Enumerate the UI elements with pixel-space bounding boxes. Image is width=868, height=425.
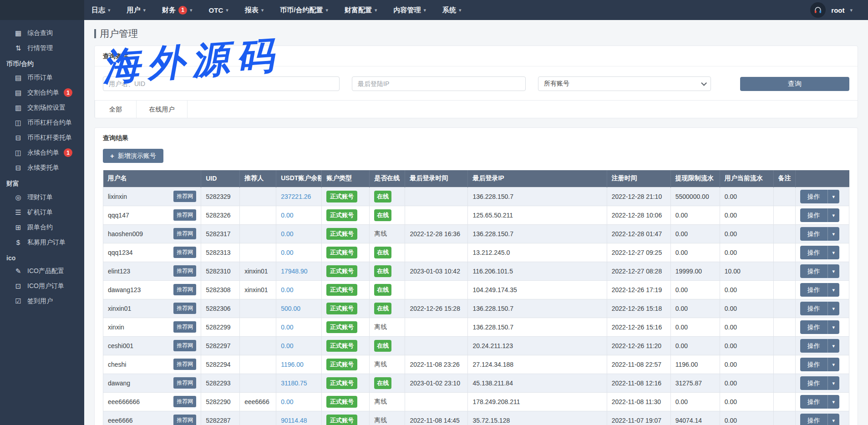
account-type-select[interactable]: 所有账号 [538,76,711,91]
referral-site-badge[interactable]: 推荐网 [173,265,196,277]
referral-site-badge[interactable]: 推荐网 [173,340,196,351]
sidebar-item[interactable]: ⊞ 跟单合约 [0,220,84,235]
action-dropdown-caret-icon[interactable]: ▾ [827,320,839,334]
referral-site-badge[interactable]: 推荐网 [173,415,196,425]
action-button[interactable]: 操作 [800,320,827,334]
referral-site-badge[interactable]: 推荐网 [173,284,196,295]
sidebar-item[interactable]: ⊡ ICO用户订单 [0,278,84,293]
sidebar-item[interactable]: ◫ 币币杠杆合约单 [0,115,84,130]
action-split-button[interactable]: 操作 ▾ [800,208,839,222]
action-dropdown-caret-icon[interactable]: ▾ [827,376,839,390]
balance-link[interactable]: 31180.75 [281,379,307,387]
topnav-item[interactable]: OTC ▾ [209,6,228,14]
topnav-item[interactable]: 币币/合约配置 ▾ [280,6,328,15]
sidebar-item[interactable]: ✎ ICO产品配置 [0,263,84,278]
action-split-button[interactable]: 操作 ▾ [800,227,839,241]
action-split-button[interactable]: 操作 ▾ [800,264,839,278]
topnav-item[interactable]: 报表 ▾ [245,6,264,15]
sidebar-item[interactable]: ☰ 矿机订单 [0,205,84,220]
sidebar-item[interactable]: ▥ 交割场控设置 [0,100,84,115]
action-dropdown-caret-icon[interactable]: ▾ [827,208,839,222]
action-button[interactable]: 操作 [800,302,827,315]
user-menu-caret-icon[interactable]: ▾ [850,7,853,13]
sidebar-item[interactable]: ⊟ 币币杠杆委托单 [0,130,84,145]
referral-site-badge[interactable]: 推荐网 [173,303,196,314]
avatar[interactable] [810,2,826,18]
action-button[interactable]: 操作 [800,395,827,409]
action-button[interactable]: 操作 [800,283,827,297]
action-button[interactable]: 操作 [800,246,827,259]
tab-all[interactable]: 全部 [95,101,137,118]
referral-site-badge[interactable]: 推荐网 [173,359,196,370]
sidebar-item[interactable]: $ 私募用户订单 [0,235,84,250]
referral-site-badge[interactable]: 推荐网 [173,209,196,221]
action-dropdown-caret-icon[interactable]: ▾ [827,395,839,409]
tab-online-users[interactable]: 在线用户 [137,101,188,118]
referral-site-badge[interactable]: 推荐网 [173,396,196,407]
action-split-button[interactable]: 操作 ▾ [800,283,839,297]
action-dropdown-caret-icon[interactable]: ▾ [827,414,839,425]
action-dropdown-caret-icon[interactable]: ▾ [827,302,839,315]
sidebar-item[interactable]: ☑ 签到用户 [0,293,84,309]
topnav-item[interactable]: 日志 ▾ [91,6,111,15]
action-split-button[interactable]: 操作 ▾ [800,358,839,371]
action-dropdown-caret-icon[interactable]: ▾ [827,227,839,241]
topnav-item[interactable]: 用户 ▾ [127,6,146,15]
topnav-item[interactable]: 内容管理 ▾ [394,6,426,15]
action-button[interactable]: 操作 [800,358,827,371]
action-button[interactable]: 操作 [800,227,827,241]
balance-link[interactable]: 0.00 [281,249,293,256]
action-dropdown-caret-icon[interactable]: ▾ [827,283,839,297]
topnav-item[interactable]: 系统 ▾ [442,6,462,15]
balance-link[interactable]: 0.00 [281,286,293,293]
referral-site-badge[interactable]: 推荐网 [173,377,196,389]
action-button[interactable]: 操作 [800,414,827,425]
sidebar-item[interactable]: ▤ 交割合约单 1 [0,85,84,100]
action-split-button[interactable]: 操作 ▾ [800,376,839,390]
balance-link[interactable]: 1196.00 [281,361,304,368]
username-label[interactable]: root [831,6,844,14]
action-button[interactable]: 操作 [800,376,827,390]
balance-link[interactable]: 500.00 [281,305,300,312]
sidebar-item[interactable]: ▦ 综合查询 [0,25,84,40]
action-split-button[interactable]: 操作 ▾ [800,190,839,203]
action-button[interactable]: 操作 [800,339,827,353]
balance-link[interactable]: 0.00 [281,324,293,331]
action-button[interactable]: 操作 [800,264,827,278]
balance-link[interactable]: 0.00 [281,342,293,349]
sidebar-item[interactable]: ⇅ 行情管理 [0,40,84,56]
action-dropdown-caret-icon[interactable]: ▾ [827,339,839,353]
last-login-ip-input[interactable] [352,76,526,91]
referral-site-badge[interactable]: 推荐网 [173,191,196,202]
balance-link[interactable]: 237221.26 [281,193,311,200]
action-dropdown-caret-icon[interactable]: ▾ [827,190,839,203]
username-uid-input[interactable] [103,76,340,91]
balance-link[interactable]: 0.00 [281,230,293,238]
topnav-item[interactable]: 财富配置 ▾ [345,6,377,15]
referral-site-badge[interactable]: 推荐网 [173,228,196,239]
action-split-button[interactable]: 操作 ▾ [800,395,839,409]
action-split-button[interactable]: 操作 ▾ [800,302,839,315]
action-split-button[interactable]: 操作 ▾ [800,339,839,353]
action-split-button[interactable]: 操作 ▾ [800,246,839,259]
action-dropdown-caret-icon[interactable]: ▾ [827,358,839,371]
action-dropdown-caret-icon[interactable]: ▾ [827,246,839,259]
action-split-button[interactable]: 操作 ▾ [800,414,839,425]
add-demo-account-button[interactable]: + 新增演示账号 [103,149,163,163]
balance-link[interactable]: 90114.48 [281,417,307,424]
balance-link[interactable]: 0.00 [281,398,293,405]
sidebar-item[interactable]: ▤ 币币订单 [0,70,84,85]
action-button[interactable]: 操作 [800,190,827,203]
sidebar-item[interactable]: ◎ 理财订单 [0,190,84,205]
referral-site-badge[interactable]: 推荐网 [173,321,196,333]
topnav-item[interactable]: 财务 1 ▾ [162,6,193,15]
action-button[interactable]: 操作 [800,208,827,222]
action-dropdown-caret-icon[interactable]: ▾ [827,264,839,278]
sidebar-item[interactable]: ◫ 永续合约单 1 [0,145,84,160]
sidebar-item[interactable]: ⊟ 永续委托单 [0,160,84,175]
action-split-button[interactable]: 操作 ▾ [800,320,839,334]
balance-link[interactable]: 17948.90 [281,268,307,275]
search-button[interactable]: 查询 [740,77,849,91]
balance-link[interactable]: 0.00 [281,212,293,219]
referral-site-badge[interactable]: 推荐网 [173,247,196,258]
